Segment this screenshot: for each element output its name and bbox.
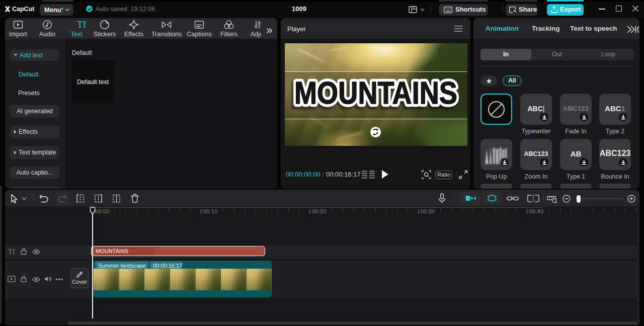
- svg-text:MOUNTAINS: MOUNTAINS: [294, 75, 457, 110]
